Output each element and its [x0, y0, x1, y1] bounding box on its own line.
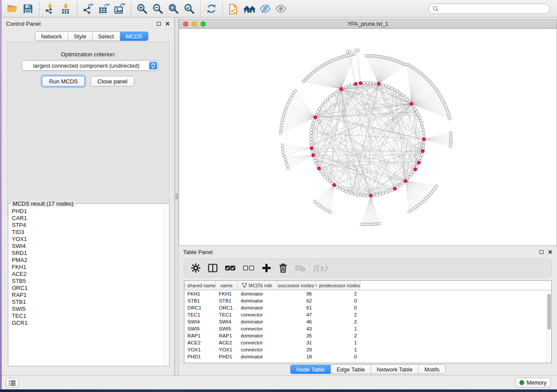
- splitter-handle[interactable]: [176, 193, 178, 199]
- memory-button[interactable]: Memory: [515, 378, 551, 388]
- mcds-result-item[interactable]: FKH1: [12, 264, 164, 271]
- cell-predecessor-nodes: 0: [315, 304, 360, 311]
- add-column-icon[interactable]: [262, 263, 271, 273]
- tab-network[interactable]: Network: [35, 32, 68, 41]
- mcds-result-item[interactable]: PHD1: [12, 208, 164, 215]
- refresh-layout-icon[interactable]: [204, 1, 219, 16]
- tab-node-table[interactable]: Node Table: [291, 365, 331, 374]
- mcds-result-item[interactable]: SWI5: [12, 306, 164, 313]
- tab-select[interactable]: Select: [93, 32, 120, 41]
- select-all-icon[interactable]: [225, 265, 235, 271]
- mcds-result-item[interactable]: ACE2: [12, 271, 164, 278]
- settings-gear-icon[interactable]: [191, 263, 201, 273]
- table-row[interactable]: TEC1TEC1connector472: [184, 311, 551, 318]
- optimization-criterion-value: largest connected component (undirected): [33, 62, 148, 69]
- export-network-icon[interactable]: [80, 1, 96, 16]
- float-panel-icon[interactable]: [157, 22, 161, 26]
- tab-mcds[interactable]: MCDS: [120, 32, 148, 41]
- function-builder-icon[interactable]: f(x): [313, 263, 327, 273]
- mcds-result-item[interactable]: SRD1: [12, 250, 164, 257]
- delete-column-icon[interactable]: [279, 263, 287, 273]
- table-scrollbar[interactable]: [546, 290, 551, 363]
- vertical-splitter[interactable]: [175, 17, 179, 375]
- zoom-out-icon[interactable]: [150, 1, 166, 16]
- mcds-result-list[interactable]: PHD1CAR1STP4TID3YOX1SWI4SRD1PMA2FKH1ACE2…: [9, 207, 164, 365]
- tab-edge-table[interactable]: Edge Table: [331, 365, 371, 374]
- cell-name: SWI4: [216, 318, 238, 325]
- header-filler: [360, 281, 551, 290]
- import-table-icon[interactable]: [58, 1, 74, 16]
- cell-successor-nodes: 96: [277, 290, 315, 297]
- export-image-icon[interactable]: [112, 1, 128, 16]
- float-panel-icon[interactable]: [540, 250, 543, 254]
- mcds-list-scrollbar[interactable]: [164, 207, 169, 365]
- node-table[interactable]: shared namenameMCDS rolesuccessor nodesp…: [184, 280, 552, 363]
- mcds-result-item[interactable]: TID3: [12, 229, 164, 236]
- zoom-selected-icon[interactable]: [181, 1, 197, 16]
- share-document-icon[interactable]: [226, 1, 242, 16]
- delete-table-icon[interactable]: [295, 264, 305, 272]
- network-graph[interactable]: [179, 29, 557, 245]
- open-file-icon[interactable]: [4, 1, 20, 16]
- home-icon[interactable]: [242, 1, 257, 16]
- search-field[interactable]: [429, 3, 550, 14]
- column-header-predecessor-nodes[interactable]: predecessor nodes: [315, 281, 360, 290]
- show-annotations-icon[interactable]: [273, 1, 289, 16]
- save-session-icon[interactable]: [20, 1, 36, 16]
- mcds-result-item[interactable]: GCR1: [12, 320, 164, 327]
- table-header-row: shared namenameMCDS rolesuccessor nodesp…: [184, 281, 551, 290]
- export-table-icon[interactable]: [96, 1, 112, 16]
- toolbar-separator: [200, 1, 201, 16]
- column-header-shared-name[interactable]: shared name: [184, 281, 216, 290]
- table-row[interactable]: SWI5SWI5connector431: [184, 325, 551, 332]
- hide-annotations-icon[interactable]: [257, 1, 273, 16]
- search-input[interactable]: [441, 6, 546, 12]
- tab-network-table[interactable]: Network Table: [371, 365, 419, 374]
- table-row[interactable]: SWI4SWI4dominator462: [184, 318, 551, 325]
- mcds-result-item[interactable]: SWI4: [12, 243, 164, 250]
- cell-successor-nodes: 46: [277, 318, 315, 325]
- mcds-result-item[interactable]: ORC1: [12, 285, 164, 292]
- task-history-button[interactable]: [6, 378, 19, 388]
- tab-motifs[interactable]: Motifs: [419, 365, 445, 374]
- column-header-successor-nodes[interactable]: successor nodes: [277, 281, 315, 290]
- optimization-criterion-select[interactable]: largest connected component (undirected): [22, 60, 159, 71]
- toolbar-separator: [39, 1, 39, 16]
- zoom-fit-icon[interactable]: [166, 1, 181, 16]
- deselect-all-icon[interactable]: [243, 265, 254, 271]
- mcds-result-item[interactable]: TEC1: [12, 313, 164, 320]
- column-browser-icon[interactable]: [208, 264, 218, 272]
- cell-successor-nodes: 31: [277, 339, 315, 346]
- cell-MCDS-role: dominator: [238, 297, 277, 304]
- table-row[interactable]: STB1STB1dominator620: [184, 297, 551, 304]
- table-row[interactable]: PHD1PHD1dominator180: [184, 353, 551, 360]
- table-row[interactable]: FKH1FKH1dominator962: [184, 290, 551, 297]
- cell-successor-nodes: 47: [277, 311, 315, 318]
- table-row[interactable]: RAP1RAP1dominator352: [184, 332, 551, 339]
- table-scrollbar-thumb[interactable]: [547, 294, 551, 330]
- run-mcds-button[interactable]: Run MCDS: [42, 76, 85, 86]
- tab-style[interactable]: Style: [68, 32, 93, 41]
- mcds-result-item[interactable]: PMA2: [12, 257, 164, 264]
- column-header-name[interactable]: name: [216, 281, 238, 290]
- table-row[interactable]: YOX1YOX1connector291: [184, 346, 551, 353]
- close-panel-button[interactable]: Close panel: [90, 76, 135, 86]
- mcds-result-item[interactable]: STB5: [12, 278, 164, 285]
- mcds-result-item[interactable]: STP4: [12, 222, 164, 229]
- import-network-icon[interactable]: [42, 1, 58, 16]
- network-view-canvas[interactable]: [179, 29, 557, 246]
- mcds-result-item[interactable]: CAR1: [12, 215, 164, 222]
- cell-MCDS-role: dominator: [238, 304, 277, 311]
- close-panel-icon[interactable]: ✕: [165, 22, 170, 26]
- table-row[interactable]: ORC1ORC1dominator610: [184, 304, 551, 311]
- zoom-in-icon[interactable]: [134, 1, 150, 16]
- column-header-MCDS-role[interactable]: MCDS role: [238, 281, 277, 290]
- cell-name: TEC1: [216, 311, 238, 318]
- network-window-titlebar[interactable]: YPA_prune.txt_1: [179, 19, 557, 29]
- mcds-result-item[interactable]: RAP1: [12, 292, 164, 299]
- cell-name: ACE2: [216, 339, 238, 346]
- mcds-result-item[interactable]: YOX1: [12, 236, 164, 243]
- close-panel-icon[interactable]: ✕: [548, 250, 553, 254]
- mcds-result-item[interactable]: STB1: [12, 299, 164, 306]
- table-row[interactable]: ACE2ACE2connector311: [184, 339, 551, 346]
